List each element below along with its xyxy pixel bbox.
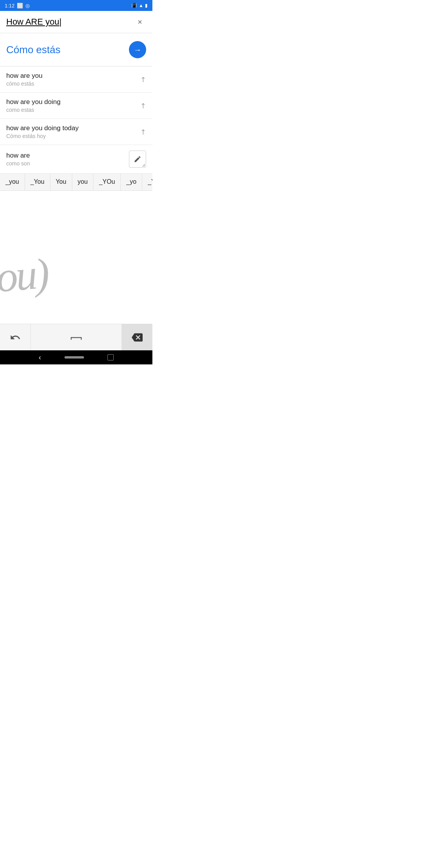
suggestion-main-3: how are	[6, 152, 30, 160]
vibrate-icon: 📳	[131, 3, 137, 8]
space-icon	[71, 334, 82, 341]
status-left: 1:12 ⬜ ◎	[5, 3, 30, 9]
handwriting-area[interactable]: ou)	[0, 191, 152, 324]
suggestions-list: how are you cómo estás ↗ how are you doi…	[0, 66, 152, 174]
word-chip-1[interactable]: _You	[25, 174, 50, 190]
recents-button[interactable]	[107, 354, 114, 360]
status-time: 1:12	[5, 3, 14, 9]
suggestion-item-2[interactable]: how are you doing today Cómo estás hoy ↗	[0, 119, 152, 145]
suggestion-arrow-1: ↗	[138, 100, 148, 111]
clear-button[interactable]: ×	[134, 16, 146, 28]
word-chip-2[interactable]: You	[50, 174, 72, 190]
edit-button[interactable]	[129, 151, 146, 168]
handwriting-canvas[interactable]: ou)	[0, 191, 152, 324]
svg-rect-2	[81, 337, 82, 340]
suggestion-sub-3: como son	[6, 160, 30, 167]
translate-arrow-button[interactable]: →	[129, 41, 146, 58]
suggestion-text-2: how are you doing today Cómo estás hoy	[6, 124, 79, 139]
suggestion-item-3[interactable]: how are como son	[0, 145, 152, 174]
suggestion-sub-2: Cómo estás hoy	[6, 133, 79, 139]
word-chip-4[interactable]: _YOu	[93, 174, 121, 190]
back-button[interactable]: ‹	[39, 353, 41, 362]
backspace-icon	[132, 332, 143, 343]
notification-icon-2: ◎	[25, 3, 30, 9]
home-button[interactable]	[64, 356, 84, 359]
suggestion-text-3: how are como son	[6, 152, 30, 167]
translation-result: Cómo estás →	[0, 33, 152, 66]
svg-rect-1	[71, 337, 72, 340]
suggestion-main-2: how are you doing today	[6, 124, 79, 132]
suggestion-text-1: how are you doing como estas	[6, 98, 61, 113]
undo-button[interactable]	[0, 324, 31, 350]
pencil-icon	[134, 155, 141, 163]
suggestion-arrow-2: ↗	[138, 127, 148, 137]
suggestion-arrow-0: ↗	[138, 74, 148, 84]
undo-icon	[10, 332, 21, 343]
handwritten-strokes: ou)	[0, 249, 50, 303]
suggestion-item-1[interactable]: how are you doing como estas ↗	[0, 93, 152, 119]
suggestion-text-0: how are you cómo estás	[6, 72, 43, 87]
status-bar: 1:12 ⬜ ◎ 📳 ▲ ▮	[0, 0, 152, 11]
word-chip-0[interactable]: _you	[0, 174, 25, 190]
status-right: 📳 ▲ ▮	[131, 3, 148, 8]
word-chip-6[interactable]: _Yo	[142, 174, 152, 190]
suggestion-main-0: how are you	[6, 72, 43, 80]
navigation-bar: ‹	[0, 350, 152, 364]
word-suggestions-row: _you _You You you _YOu _yo _Yo ⋮	[0, 174, 152, 191]
space-button[interactable]	[31, 324, 122, 350]
notification-icon-1: ⬜	[17, 3, 23, 9]
keyboard-bottom-bar	[0, 324, 152, 350]
signal-icon: ▲	[139, 3, 143, 8]
battery-icon: ▮	[145, 3, 148, 8]
search-input-display[interactable]: How ARE you	[6, 17, 134, 27]
search-bar: How ARE you ×	[0, 11, 152, 33]
delete-button[interactable]	[122, 324, 152, 350]
word-chip-3[interactable]: you	[72, 174, 94, 190]
suggestion-item-0[interactable]: how are you cómo estás ↗	[0, 66, 152, 93]
suggestion-main-1: how are you doing	[6, 98, 61, 106]
word-chip-5[interactable]: _yo	[121, 174, 142, 190]
suggestion-sub-1: como estas	[6, 107, 61, 113]
translation-text: Cómo estás	[6, 44, 61, 56]
svg-rect-0	[71, 337, 82, 338]
suggestion-sub-0: cómo estás	[6, 81, 43, 87]
